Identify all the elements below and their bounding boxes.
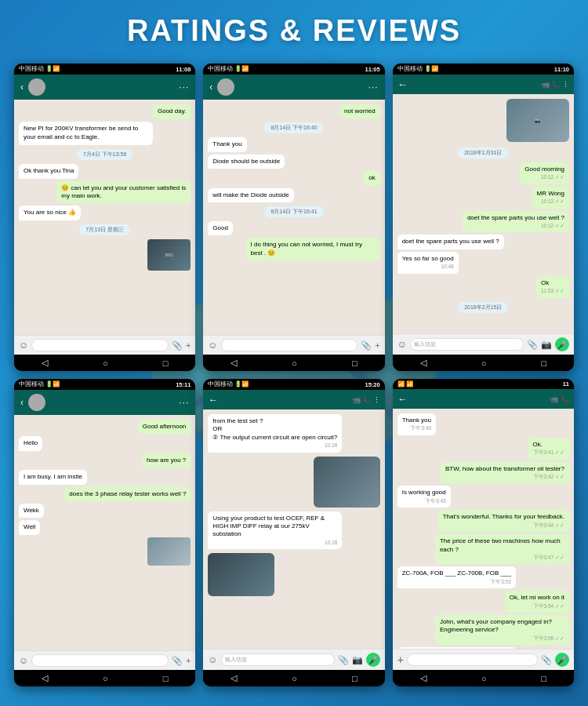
- avatar-1: [28, 78, 45, 96]
- chat-header-3: ← 📹 📞 ⋮: [393, 75, 574, 94]
- emoji-button-4[interactable]: ☺: [19, 655, 28, 666]
- mic-icon-3[interactable]: 🎤: [555, 337, 569, 351]
- chat-body-3: 📷 2018年1月31日 Good morning10:12 ✓✓ MR Won…: [393, 94, 574, 333]
- attach-button-2[interactable]: 📎: [361, 340, 372, 351]
- nav-bar-4: ◁ ○ □: [14, 670, 195, 686]
- camera-icon-3[interactable]: 📷: [541, 340, 552, 350]
- mic-button-1[interactable]: +: [186, 340, 191, 350]
- msg-time-3-3: 10:12 ✓✓: [467, 223, 564, 229]
- time-1: 11:08: [176, 66, 191, 73]
- carrier-4: 中国移动 🔋📶: [19, 380, 60, 388]
- nav-back-4[interactable]: ◁: [42, 673, 48, 683]
- input-box-3[interactable]: 输入信息: [410, 338, 524, 351]
- mic-icon-5[interactable]: 🎤: [366, 653, 380, 667]
- chat-body-1: Good day. New PI for 200KV transformer b…: [14, 100, 195, 335]
- attach-icon-6[interactable]: 📎: [541, 655, 552, 665]
- nav-recent-4[interactable]: □: [163, 674, 169, 683]
- nav-home-4[interactable]: ○: [103, 674, 108, 683]
- add-icon-6[interactable]: +: [397, 653, 404, 666]
- mic-button-2[interactable]: +: [375, 340, 379, 350]
- nav-home-1[interactable]: ○: [103, 358, 108, 368]
- video-call-icon-5[interactable]: 📹: [352, 396, 361, 404]
- msg-r1-3: You are so nice 👍: [19, 206, 81, 220]
- emoji-button-3[interactable]: ☺: [397, 339, 407, 350]
- chat-footer-6: + 📎 🎤: [393, 649, 574, 670]
- input-box-6[interactable]: [407, 653, 538, 666]
- msg-time-6-7: 下午3:53: [402, 579, 511, 585]
- nav-recent-6[interactable]: □: [541, 674, 546, 683]
- menu-icon-3[interactable]: ⋮: [562, 81, 569, 89]
- msg-r6-4: Yes, especially in Electrical Engineerin…: [397, 647, 517, 649]
- img-label-3: 📷: [535, 118, 540, 123]
- mic-icon-6[interactable]: 🎤: [555, 653, 569, 667]
- mic-button-4[interactable]: +: [186, 656, 191, 665]
- msg-s1-2: 😊 can let you and your customer satisfie…: [56, 181, 191, 204]
- emoji-button-2[interactable]: ☺: [208, 340, 217, 351]
- emoji-button-1[interactable]: ☺: [19, 340, 28, 351]
- time-5: 15:20: [365, 381, 379, 388]
- nav-home-2[interactable]: ○: [292, 358, 297, 368]
- attach-icon-5[interactable]: 📎: [338, 655, 349, 665]
- attach-button-1[interactable]: 📎: [172, 340, 183, 351]
- phone-screen-3: 中国移动 🔋📶 11:10 ← 📹 📞 ⋮ 📷 2018年1月31日 Good …: [393, 64, 574, 371]
- phone-icon-6[interactable]: 📞: [561, 395, 569, 403]
- msg-r2-4: Good: [208, 221, 233, 235]
- nav-bar-2: ◁ ○ □: [203, 355, 384, 371]
- video-call-icon-6[interactable]: 📹: [550, 395, 558, 403]
- msg-r1-1: New PI for 200KV transformer be send to …: [19, 122, 153, 145]
- video-call-icon-3[interactable]: 📹: [541, 81, 550, 89]
- nav-bar-3: ◁ ○ □: [393, 355, 574, 371]
- img-label: IMG: [165, 253, 173, 257]
- nav-home-3[interactable]: ○: [481, 358, 487, 368]
- nav-back-6[interactable]: ◁: [420, 673, 426, 683]
- menu-dots-1[interactable]: ···: [179, 82, 189, 93]
- nav-recent-1[interactable]: □: [163, 358, 169, 368]
- input-box-1[interactable]: [31, 339, 169, 351]
- date-divider-1b: 7月13日 星期三: [79, 224, 130, 235]
- input-box-4[interactable]: [31, 654, 169, 667]
- attach-button-4[interactable]: 📎: [172, 656, 183, 666]
- msg-s3-1: Good morning10:12 ✓✓: [520, 162, 569, 184]
- nav-recent-3[interactable]: □: [541, 358, 546, 368]
- nav-back-2[interactable]: ◁: [230, 358, 237, 368]
- menu-icon-5[interactable]: ⋮: [373, 396, 380, 404]
- phone-icon-5[interactable]: 📞: [362, 396, 371, 404]
- nav-back-5[interactable]: ◁: [230, 673, 237, 683]
- back-icon-3[interactable]: ←: [397, 78, 408, 90]
- msg-r5-1: from the test set ? OR ② The output curr…: [208, 414, 342, 453]
- back-icon-2[interactable]: ‹: [209, 82, 212, 93]
- carrier-2: 中国移动 🔋📶: [208, 65, 249, 73]
- camera-icon-5[interactable]: 📷: [352, 655, 363, 665]
- menu-dots-2[interactable]: ···: [368, 82, 379, 93]
- nav-recent-2[interactable]: □: [352, 358, 358, 368]
- input-box-5[interactable]: 输入信息: [221, 653, 335, 666]
- chat-header-4: ‹ ···: [14, 390, 195, 415]
- input-box-2[interactable]: [221, 339, 358, 351]
- msg-time-6-3: 下午3:42 ✓✓: [445, 474, 564, 480]
- back-icon-5[interactable]: ←: [208, 394, 218, 406]
- msg-time-5-2: 10:28: [212, 540, 337, 546]
- back-icon-1[interactable]: ‹: [20, 82, 24, 93]
- status-bar-6: 📶 📶 11: [393, 379, 574, 389]
- phone-icon-3[interactable]: 📞: [551, 81, 560, 89]
- msg-r4-3: Wekk: [19, 504, 44, 518]
- nav-back-1[interactable]: ◁: [42, 358, 48, 368]
- avatar-4: [28, 394, 45, 411]
- nav-home-5[interactable]: ○: [292, 674, 297, 683]
- attach-icon-3[interactable]: 📎: [527, 340, 538, 350]
- menu-dots-4[interactable]: ···: [179, 397, 189, 408]
- nav-back-3[interactable]: ◁: [420, 358, 426, 368]
- chat-footer-3: ☺ 输入信息 📎 📷 🎤: [393, 333, 574, 355]
- msg-r6-2: Is working good下午3:43: [397, 486, 451, 508]
- nav-recent-5[interactable]: □: [352, 674, 358, 683]
- chat-body-5: from the test set ? OR ② The output curr…: [203, 409, 384, 649]
- back-icon-6[interactable]: ←: [397, 393, 408, 405]
- chat-body-4: Good afternoon Hello how are you ? I am …: [14, 415, 195, 650]
- time-3: 11:10: [554, 66, 569, 73]
- nav-home-6[interactable]: ○: [481, 674, 487, 683]
- emoji-button-5[interactable]: ☺: [208, 654, 217, 665]
- status-bar-5: 中国移动 🔋📶 15:20: [203, 379, 384, 390]
- back-icon-4[interactable]: ‹: [20, 397, 24, 408]
- msg-time-3-1: 10:12 ✓✓: [524, 174, 564, 180]
- msg-time-3-2: 10:12 ✓✓: [537, 198, 564, 205]
